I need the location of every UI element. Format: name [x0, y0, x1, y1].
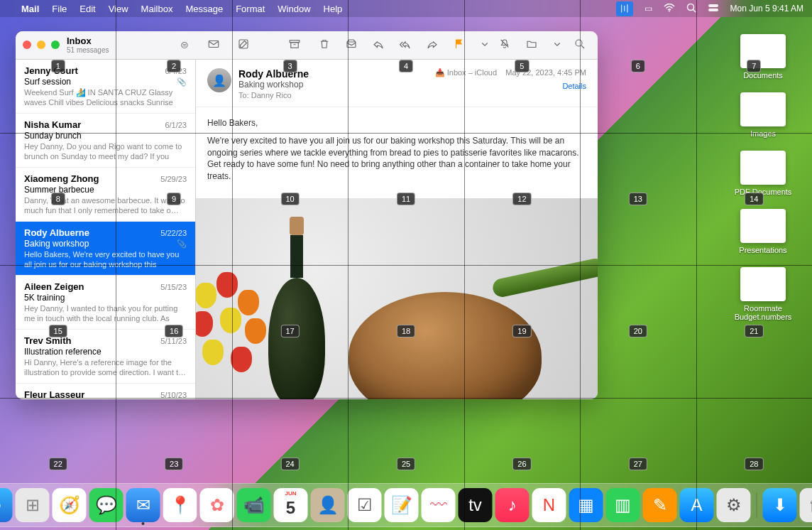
menubar-clock[interactable]: Mon Jun 5 9:41 AM [730, 4, 803, 13]
svg-line-12 [581, 45, 584, 48]
msg-date: 6/4/23 [165, 67, 187, 75]
dock-numbers[interactable]: ▥ [606, 488, 640, 522]
junk-icon[interactable] [344, 38, 359, 53]
grid-number[interactable]: 6 [631, 60, 645, 72]
desktop-item-4[interactable]: Roommate Budget.numbers [724, 267, 802, 321]
svg-point-0 [669, 10, 670, 11]
wifi-icon[interactable] [664, 4, 675, 14]
desktop-item-2[interactable]: PDF Documents [724, 151, 802, 196]
mute-icon[interactable] [497, 38, 512, 53]
archive-icon[interactable] [287, 38, 302, 53]
reply-icon[interactable] [371, 38, 386, 53]
grid-number[interactable]: 23 [165, 458, 183, 470]
grid-number[interactable]: 27 [629, 458, 647, 470]
dock-appstore[interactable]: A [680, 488, 714, 522]
reader-location: 📥 Inbox – iCloud May 22, 2023, 4:45 PM [435, 68, 586, 77]
menu-window[interactable]: Window [278, 4, 310, 14]
dock-keynote[interactable]: ▦ [569, 488, 603, 522]
grid-number[interactable]: 20 [629, 325, 647, 337]
dock-settings[interactable]: ⚙ [717, 488, 751, 522]
desktop-item-1[interactable]: Images [724, 92, 802, 138]
minimize-button[interactable] [37, 40, 45, 49]
dock-separator [757, 492, 757, 518]
trash-icon[interactable] [317, 38, 332, 53]
dock-mail[interactable]: ✉ [126, 488, 160, 522]
desktop-item-label: Documents [743, 71, 783, 80]
compose-icon[interactable] [236, 38, 251, 53]
svg-rect-8 [291, 42, 299, 48]
move-icon[interactable] [524, 38, 539, 53]
close-button[interactable] [23, 40, 31, 49]
msg-from: Nisha Kumar [24, 119, 81, 130]
attachment-icon: 📎 [177, 239, 187, 249]
zoom-button[interactable] [51, 40, 60, 49]
dock-freeform[interactable]: 〰 [422, 488, 456, 522]
battery-icon[interactable]: ▭ [644, 4, 652, 13]
flag-icon[interactable] [451, 38, 467, 53]
message-row[interactable]: Fleur Lasseur5/10/23 Baseball team fundr… [16, 384, 195, 399]
dock-downloads[interactable]: ⬇ [763, 488, 797, 522]
message-row[interactable]: Jenny Court6/4/23 Surf session📎 Weekend … [16, 60, 195, 114]
dock-news[interactable]: N [532, 488, 566, 522]
grid-number[interactable]: 21 [745, 325, 763, 337]
message-row[interactable]: Trev Smith5/11/23 Illustration reference… [16, 330, 195, 384]
envelope-icon[interactable] [206, 38, 221, 53]
reader-subject: Baking workshop [238, 80, 428, 90]
active-dot [142, 522, 145, 525]
message-count: 51 messages [67, 46, 109, 54]
control-center-icon[interactable] [708, 4, 719, 14]
app-name[interactable]: Mail [21, 4, 39, 14]
menu-mailbox[interactable]: Mailbox [141, 4, 173, 14]
details-link[interactable]: Details [435, 82, 586, 90]
grid-number[interactable]: 26 [512, 458, 531, 470]
message-list[interactable]: Jenny Court6/4/23 Surf session📎 Weekend … [16, 60, 196, 399]
dock-launchpad[interactable]: ⊞ [16, 488, 50, 522]
dock-safari[interactable]: 🧭 [53, 488, 87, 522]
mail-toolbar: Inbox 51 messages ⊜ [16, 31, 598, 60]
dock-photos[interactable]: ✿ [200, 488, 234, 522]
desktop-item-0[interactable]: Documents [724, 34, 802, 80]
dock-calendar[interactable]: JUN 5 [274, 488, 308, 522]
spotlight-icon[interactable] [686, 3, 696, 15]
menu-file[interactable]: File [52, 4, 67, 14]
dock-finder[interactable]: ☺ [0, 488, 13, 522]
menu-edit[interactable]: Edit [79, 4, 95, 14]
attachment-image[interactable] [196, 198, 598, 399]
grid-number[interactable]: 13 [629, 193, 647, 205]
desktop-item-3[interactable]: Presentations [724, 209, 802, 254]
menu-view[interactable]: View [109, 4, 128, 14]
flag-menu-chevron[interactable] [478, 38, 485, 53]
menu-format[interactable]: Format [236, 4, 265, 14]
grid-number[interactable]: 24 [280, 458, 299, 470]
menu-message[interactable]: Message [185, 4, 223, 14]
move-menu-chevron[interactable] [551, 38, 558, 53]
grid-number[interactable]: 22 [49, 458, 67, 470]
dock-contacts[interactable]: 👤 [311, 488, 345, 522]
dock-notes[interactable]: 📝 [385, 488, 419, 522]
search-icon[interactable] [572, 38, 588, 53]
message-row[interactable]: Rody Albuerne5/22/23 Baking workshop📎 He… [16, 222, 195, 276]
dock-maps[interactable]: 📍 [163, 488, 197, 522]
message-row[interactable]: Nisha Kumar6/1/23 Sunday brunch Hey Dann… [16, 114, 195, 168]
grid-number[interactable]: 28 [745, 458, 763, 470]
message-row[interactable]: Aileen Zeigen5/15/23 5K training Hey Dan… [16, 276, 195, 330]
menu-help[interactable]: Help [324, 4, 343, 14]
msg-preview: Hey Danny, Do you and Rigo want to come … [24, 141, 187, 161]
dock-pages[interactable]: ✎ [643, 488, 677, 522]
window-controls[interactable] [23, 40, 60, 49]
forward-icon[interactable] [424, 38, 440, 53]
dock-music[interactable]: ♪ [495, 488, 530, 522]
msg-subject: Baking workshop [24, 239, 89, 249]
message-row[interactable]: Xiaomeng Zhong5/29/23 Summer barbecue Da… [16, 168, 195, 222]
filter-icon[interactable]: ⊜ [180, 39, 189, 50]
svg-point-11 [576, 40, 582, 46]
dock-tv[interactable]: tv [459, 488, 493, 522]
voice-control-icon[interactable]: 〣 [616, 1, 633, 16]
reply-all-icon[interactable] [397, 38, 413, 53]
dock-facetime[interactable]: 📹 [237, 488, 271, 522]
dock-reminders[interactable]: ☑ [348, 488, 382, 522]
dock-messages[interactable]: 💬 [89, 488, 124, 522]
desktop-item-label: Roommate Budget.numbers [735, 304, 792, 321]
grid-number[interactable]: 25 [397, 458, 415, 470]
dock-trash[interactable]: 🗑 [800, 488, 813, 522]
